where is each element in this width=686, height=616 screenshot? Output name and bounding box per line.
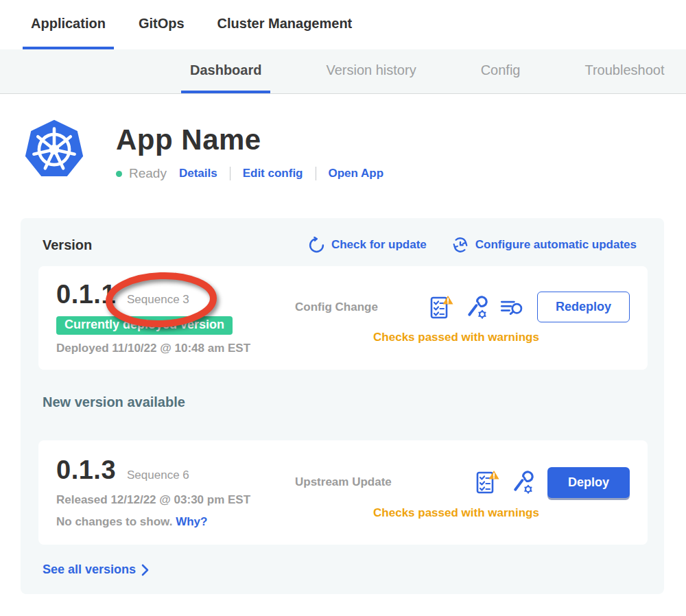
available-version-number: 0.1.3 (56, 455, 116, 485)
available-source-label: Upstream Update (295, 475, 392, 489)
wrench-gear-icon[interactable] (512, 471, 534, 494)
available-version-icons (476, 470, 534, 495)
version-section-header: Version Check for update (38, 236, 648, 254)
no-changes-note: No changes to show. Why? (56, 515, 283, 529)
tab-version-history[interactable]: Version history (317, 49, 425, 93)
version-section: Version Check for update (21, 218, 664, 594)
preflight-checks-icon[interactable] (430, 295, 453, 320)
check-for-update-link[interactable]: Check for update (308, 237, 427, 254)
deploy-button[interactable]: Deploy (547, 467, 630, 498)
configure-automatic-updates-label: Configure automatic updates (475, 238, 637, 252)
top-nav-item-application[interactable]: Application (23, 0, 114, 49)
see-all-versions-link[interactable]: See all versions (43, 562, 149, 577)
available-sequence-label: Sequence 6 (127, 469, 189, 482)
deployed-timestamp: Deployed 11/10/22 @ 10:48 am EST (56, 342, 283, 355)
current-sequence-label: Sequence 3 (127, 293, 189, 307)
available-checks-status: Checks passed with warnings (283, 506, 630, 520)
current-checks-status: Checks passed with warnings (283, 331, 630, 344)
wrench-gear-icon[interactable] (466, 296, 488, 319)
see-all-versions-label: See all versions (43, 562, 136, 577)
sub-nav: Dashboard Version history Config Trouble… (0, 49, 686, 94)
current-source-label: Config Change (295, 300, 378, 314)
tab-troubleshoot[interactable]: Troubleshoot (576, 49, 673, 93)
refresh-icon (308, 237, 325, 254)
divider (230, 167, 230, 180)
view-diff-icon[interactable] (500, 297, 523, 318)
preflight-checks-icon[interactable] (476, 470, 499, 495)
configure-automatic-updates-link[interactable]: Configure automatic updates (451, 236, 637, 254)
details-link[interactable]: Details (179, 167, 217, 180)
current-version-info: 0.1.1 Sequence 3 Currently deployed vers… (56, 280, 283, 356)
open-app-link[interactable]: Open App (329, 167, 384, 180)
page: Application GitOps Cluster Management Da… (0, 0, 686, 616)
chevron-right-icon (141, 564, 149, 576)
current-version-number: 0.1.1 (56, 280, 116, 309)
tab-config[interactable]: Config (472, 49, 530, 93)
top-nav-item-cluster-management[interactable]: Cluster Management (209, 0, 361, 49)
status-dot-icon (116, 171, 122, 177)
tab-dashboard[interactable]: Dashboard (181, 49, 270, 93)
released-timestamp: Released 12/12/22 @ 03:30 pm EST (56, 493, 283, 507)
top-nav-item-gitops[interactable]: GitOps (130, 0, 193, 49)
version-heading: Version (43, 237, 92, 253)
available-version-actions: Upstream Update (283, 455, 630, 531)
current-version-card: 0.1.1 Sequence 3 Currently deployed vers… (38, 266, 648, 370)
top-nav: Application GitOps Cluster Management (0, 0, 686, 49)
check-for-update-label: Check for update (331, 238, 427, 252)
page-title: App Name (116, 123, 383, 156)
kubernetes-logo-icon (23, 117, 86, 182)
app-header: App Name Ready Details Edit config Open … (23, 117, 383, 182)
status-badge: Ready (129, 166, 167, 181)
no-changes-text: No changes to show. (56, 515, 172, 528)
redeploy-button[interactable]: Redeploy (537, 292, 630, 322)
app-status-row: Ready Details Edit config Open App (116, 166, 383, 181)
auto-update-clock-icon (451, 236, 469, 254)
currently-deployed-badge: Currently deployed version (56, 316, 233, 335)
why-link[interactable]: Why? (176, 515, 207, 528)
version-actions: Check for update Configure automatic upd… (308, 236, 637, 254)
current-version-icons (430, 295, 523, 320)
new-version-heading: New version available (43, 394, 648, 410)
edit-config-link[interactable]: Edit config (243, 167, 303, 180)
current-version-actions: Config Change (283, 280, 630, 356)
divider (316, 167, 316, 180)
available-version-info: 0.1.3 Sequence 6 Released 12/12/22 @ 03:… (56, 455, 283, 531)
available-version-card: 0.1.3 Sequence 6 Released 12/12/22 @ 03:… (38, 440, 648, 545)
